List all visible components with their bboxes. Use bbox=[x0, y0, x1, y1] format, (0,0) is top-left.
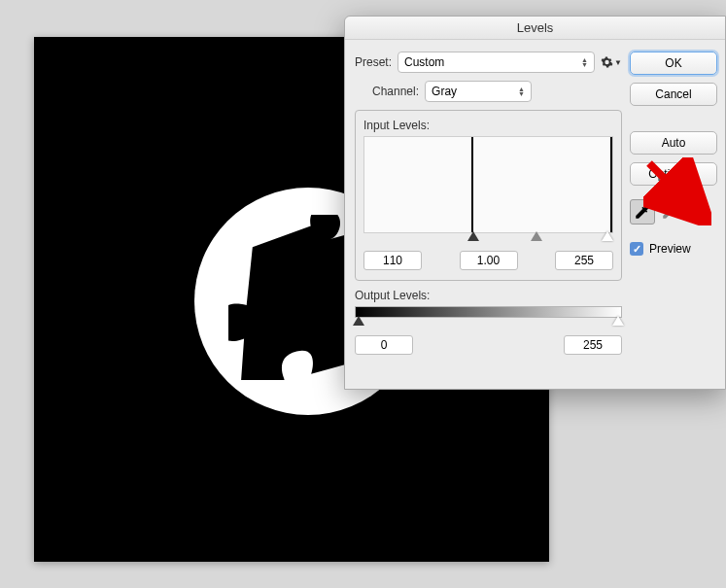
output-slider-track[interactable] bbox=[355, 318, 622, 329]
eyedropper-tools bbox=[630, 199, 717, 225]
preview-checkbox-row[interactable]: ✓ Preview bbox=[630, 242, 717, 256]
output-low-handle[interactable] bbox=[353, 316, 364, 326]
input-highlights-field[interactable]: 255 bbox=[555, 251, 613, 270]
preview-label: Preview bbox=[649, 242, 691, 256]
input-midtones-field[interactable]: 1.00 bbox=[460, 251, 518, 270]
preset-select[interactable]: Custom ▲▼ bbox=[398, 52, 595, 73]
output-levels-label: Output Levels: bbox=[355, 289, 622, 302]
gear-icon bbox=[601, 54, 613, 70]
gray-point-eyedropper[interactable] bbox=[657, 199, 682, 225]
histogram-data bbox=[471, 137, 473, 232]
histogram[interactable] bbox=[363, 136, 613, 233]
chevron-updown-icon: ▲▼ bbox=[581, 57, 588, 67]
input-levels-label: Input Levels: bbox=[363, 119, 613, 132]
eyedropper-icon bbox=[634, 203, 651, 221]
output-gradient bbox=[355, 306, 622, 318]
preview-checkbox[interactable]: ✓ bbox=[630, 242, 643, 256]
levels-dialog: Levels Preset: Custom ▲▼ ▼ Channel: bbox=[344, 16, 726, 390]
auto-button[interactable]: Auto bbox=[630, 131, 717, 155]
input-slider-track[interactable] bbox=[363, 233, 613, 245]
eyedropper-icon bbox=[688, 203, 706, 221]
histogram-data bbox=[610, 137, 612, 232]
preset-value: Custom bbox=[404, 55, 444, 69]
output-low-field[interactable]: 0 bbox=[355, 335, 413, 355]
dialog-titlebar[interactable]: Levels bbox=[345, 17, 725, 40]
channel-value: Gray bbox=[432, 85, 457, 98]
input-levels-group: Input Levels: 110 1.00 255 bbox=[355, 110, 622, 281]
cancel-button[interactable]: Cancel bbox=[630, 83, 717, 106]
highlights-slider-handle[interactable] bbox=[602, 231, 613, 241]
input-shadows-field[interactable]: 110 bbox=[363, 251, 422, 270]
output-high-field[interactable]: 255 bbox=[564, 335, 622, 355]
preset-label: Preset: bbox=[355, 55, 392, 69]
options-button[interactable]: Options... bbox=[630, 162, 717, 186]
shadows-slider-handle[interactable] bbox=[467, 231, 479, 241]
ok-button[interactable]: OK bbox=[630, 52, 717, 75]
midtones-slider-handle[interactable] bbox=[531, 231, 542, 241]
channel-select[interactable]: Gray ▲▼ bbox=[425, 81, 532, 102]
chevron-updown-icon: ▲▼ bbox=[518, 86, 525, 96]
preset-menu-button[interactable]: ▼ bbox=[601, 52, 622, 73]
dialog-title: Levels bbox=[517, 20, 554, 35]
eyedropper-icon bbox=[661, 203, 678, 221]
channel-label: Channel: bbox=[372, 85, 419, 98]
black-point-eyedropper[interactable] bbox=[630, 199, 655, 225]
chevron-down-icon: ▼ bbox=[614, 58, 622, 67]
output-high-handle[interactable] bbox=[612, 316, 624, 326]
white-point-eyedropper[interactable] bbox=[684, 199, 709, 225]
